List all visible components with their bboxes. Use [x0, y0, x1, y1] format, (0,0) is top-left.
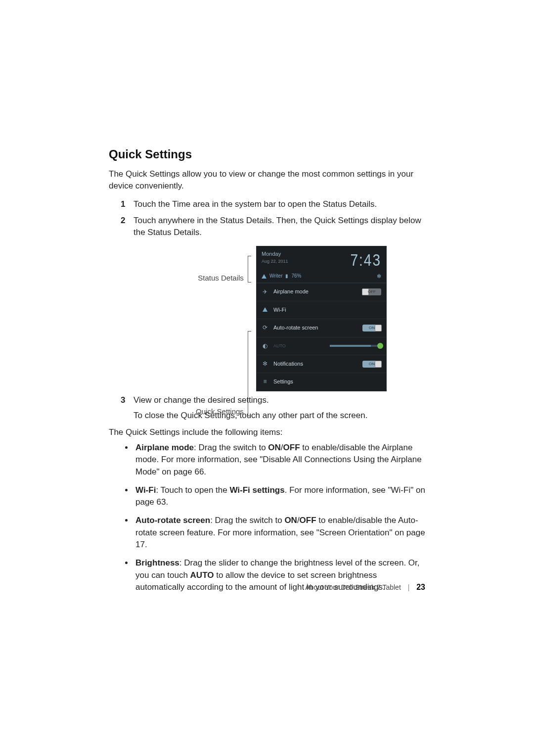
brightness-slider[interactable]: [330, 345, 381, 347]
section-heading: Quick Settings: [109, 146, 425, 163]
brightness-auto-label[interactable]: AUTO: [273, 343, 325, 349]
wifi-name: Writer: [269, 273, 282, 280]
qs-label: Airplane mode: [273, 288, 357, 296]
step-number: 1: [121, 198, 134, 211]
step-1: 1 Touch the Time area in the system bar …: [121, 198, 425, 211]
callout-labels: Status Details Quick Settings: [147, 246, 256, 391]
qs-notifications-row[interactable]: ✻ Notifications ON: [257, 355, 386, 373]
status-time[interactable]: 7:43: [351, 250, 382, 271]
step-text: Touch anywhere in the Status Details. Th…: [134, 215, 425, 239]
status-details-panel[interactable]: Monday Aug 22, 2011 7:43 Writer ▮ 76% ✻: [257, 246, 386, 283]
step-text-sub: To close the Quick Settings, touch any o…: [134, 410, 425, 422]
bullet-term: Brightness: [135, 558, 179, 567]
page-content: Quick Settings The Quick Settings allow …: [109, 146, 425, 600]
sliders-icon: ≡: [262, 378, 268, 386]
bullet-wifi: Wi-Fi: Touch to open the Wi-Fi settings.…: [134, 484, 425, 509]
wifi-icon: [262, 274, 267, 279]
page-footer: About Your Dell Streak 7 Tablet | 23: [109, 581, 425, 593]
airplane-toggle[interactable]: OFF: [362, 288, 381, 295]
bullet-term: Auto-rotate screen: [135, 516, 210, 525]
footer-page-number: 23: [416, 583, 425, 591]
footer-divider: |: [408, 583, 410, 591]
callout-status-details: Status Details: [198, 254, 251, 284]
bullet-term: Wi-Fi: [135, 485, 156, 495]
step-3: 3 View or change the desired settings. T…: [121, 394, 425, 422]
battery-icon: ▮: [285, 273, 288, 280]
bullet-airplane: Airplane mode: Drag the switch to ON/OFF…: [134, 442, 425, 478]
notifications-icon: ✻: [262, 360, 268, 368]
settings-gear-icon[interactable]: ✻: [377, 273, 381, 281]
qs-settings-row[interactable]: ≡ Settings: [257, 373, 386, 390]
callout-label: Status Details: [198, 274, 244, 282]
step-number: 2: [121, 215, 134, 239]
status-date: Monday Aug 22, 2011: [262, 250, 288, 265]
airplane-icon: ✈: [262, 288, 268, 296]
qs-label: Notifications: [273, 360, 357, 368]
wifi-icon: [262, 306, 268, 314]
callout-quick-settings: Quick Settings: [196, 329, 251, 417]
status-day: Monday: [262, 250, 288, 258]
steps-list: 1 Touch the Time area in the system bar …: [121, 198, 425, 239]
autorotate-toggle[interactable]: ON: [362, 325, 381, 331]
bullet-autorotate: Auto-rotate screen: Drag the switch to O…: [134, 515, 425, 551]
brightness-icon: ◐: [262, 342, 268, 350]
step-number: 3: [121, 394, 134, 422]
device-screenshot: Monday Aug 22, 2011 7:43 Writer ▮ 76% ✻: [256, 246, 387, 391]
callout-label: Quick Settings: [196, 407, 244, 416]
quick-settings-panel: ✈ Airplane mode OFF Wi-Fi ⟳ Auto-rotate …: [257, 283, 386, 391]
bullet-list-intro: The Quick Settings include the following…: [109, 426, 425, 439]
screenshot-figure: Status Details Quick Settings Monday Aug…: [109, 246, 425, 391]
rotate-icon: ⟳: [262, 324, 268, 332]
bullet-list: Airplane mode: Drag the switch to ON/OFF…: [109, 442, 425, 594]
step-text: Touch the Time area in the system bar to…: [134, 198, 425, 211]
qs-label: Wi-Fi: [273, 306, 381, 314]
step-2: 2 Touch anywhere in the Status Details. …: [121, 215, 425, 239]
qs-airplane-row[interactable]: ✈ Airplane mode OFF: [257, 283, 386, 301]
bullet-term: Airplane mode: [135, 443, 194, 452]
step-text: View or change the desired settings. To …: [134, 394, 425, 422]
qs-wifi-row[interactable]: Wi-Fi: [257, 301, 386, 319]
qs-label: Auto-rotate screen: [273, 324, 357, 332]
notifications-toggle[interactable]: ON: [362, 361, 381, 368]
qs-autorotate-row[interactable]: ⟳ Auto-rotate screen ON: [257, 319, 386, 336]
steps-list-continued: 3 View or change the desired settings. T…: [121, 394, 425, 422]
qs-brightness-row[interactable]: ◐ AUTO: [257, 337, 386, 355]
qs-label: Settings: [273, 378, 381, 386]
footer-chapter: About Your Dell Streak 7 Tablet: [305, 583, 401, 591]
status-date-value: Aug 22, 2011: [262, 258, 288, 265]
battery-percent: 76%: [291, 273, 301, 280]
intro-paragraph: The Quick Settings allow you to view or …: [109, 168, 425, 192]
